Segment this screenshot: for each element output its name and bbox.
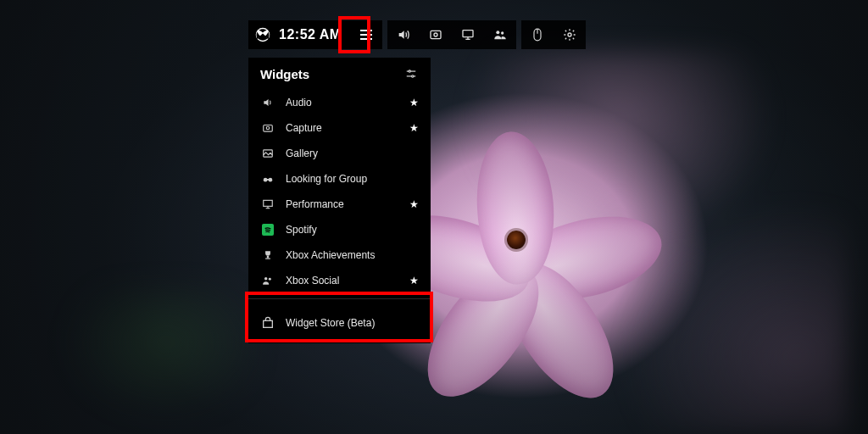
audio-button[interactable] <box>387 20 420 49</box>
svg-point-21 <box>264 178 268 182</box>
binoculars-icon <box>260 173 275 185</box>
pin-star-icon[interactable]: ★ <box>407 97 419 108</box>
widgets-title: Widgets <box>260 67 309 81</box>
monitor-icon <box>461 28 475 42</box>
svg-rect-23 <box>267 179 269 181</box>
widget-item-audio[interactable]: Audio ★ <box>248 90 431 115</box>
sliders-icon <box>405 68 417 80</box>
pin-star-icon[interactable]: ★ <box>407 275 419 287</box>
widget-item-social[interactable]: Xbox Social ★ <box>248 268 431 293</box>
gallery-icon <box>260 147 275 159</box>
svg-rect-18 <box>264 125 273 132</box>
gear-icon <box>563 28 576 42</box>
widget-item-label: Capture <box>286 122 407 134</box>
monitor-icon <box>260 198 275 210</box>
svg-rect-27 <box>267 256 269 259</box>
speaker-icon <box>260 97 275 108</box>
social-button[interactable] <box>484 20 516 49</box>
svg-point-15 <box>409 70 410 72</box>
svg-rect-6 <box>463 31 473 37</box>
widget-item-label: Xbox Social <box>286 275 407 287</box>
svg-point-29 <box>264 277 268 281</box>
game-bar-icon-strip <box>387 20 516 49</box>
clock-label: 12:52 AM <box>279 27 342 42</box>
game-bar: 12:52 AM <box>248 20 586 49</box>
spotify-icon <box>260 224 275 236</box>
widget-item-spotify[interactable]: Spotify <box>248 217 431 242</box>
camera-icon <box>260 122 275 134</box>
capture-button[interactable] <box>420 20 452 49</box>
pin-star-icon[interactable]: ★ <box>407 198 419 210</box>
people-icon <box>260 275 275 287</box>
mouse-passthrough-button[interactable] <box>521 20 554 49</box>
svg-point-10 <box>501 31 504 34</box>
hamburger-icon <box>359 29 373 41</box>
pin-star-icon[interactable]: ★ <box>407 122 419 134</box>
svg-rect-24 <box>264 200 273 206</box>
svg-point-17 <box>412 75 414 77</box>
svg-rect-28 <box>265 259 270 259</box>
widgets-panel: Widgets Audio ★ Capture ★ Gallery <box>248 58 431 343</box>
widget-item-store[interactable]: Widget Store (Beta) <box>248 298 431 340</box>
speaker-icon <box>397 28 410 42</box>
svg-point-22 <box>269 178 273 182</box>
people-icon <box>493 28 507 42</box>
widgets-menu-button[interactable] <box>350 20 382 49</box>
capture-icon <box>429 28 442 42</box>
wallpaper-leaf <box>34 288 254 424</box>
xbox-icon[interactable] <box>255 27 270 42</box>
svg-point-30 <box>269 278 271 281</box>
game-bar-left-segment: 12:52 AM <box>248 20 350 49</box>
widget-item-label: Xbox Achievements <box>286 249 407 261</box>
settings-button[interactable] <box>554 20 586 49</box>
performance-button[interactable] <box>452 20 484 49</box>
widget-item-label: Audio <box>286 97 407 108</box>
widget-item-label: Widget Store (Beta) <box>286 317 407 329</box>
svg-point-19 <box>266 126 270 130</box>
svg-point-9 <box>496 31 499 34</box>
widget-item-achievements[interactable]: Xbox Achievements <box>248 242 431 268</box>
widget-item-capture[interactable]: Capture ★ <box>248 115 431 141</box>
game-bar-right-segment <box>521 20 586 49</box>
svg-rect-4 <box>431 31 441 38</box>
svg-point-5 <box>434 33 437 36</box>
widgets-header: Widgets <box>248 63 431 90</box>
widget-item-label: Spotify <box>286 224 407 236</box>
widget-item-label: Looking for Group <box>286 173 407 185</box>
widget-item-performance[interactable]: Performance ★ <box>248 192 431 217</box>
widget-item-gallery[interactable]: Gallery <box>248 141 431 166</box>
wallpaper-flower-center <box>507 231 526 249</box>
mouse-icon <box>531 28 543 42</box>
widget-item-lfg[interactable]: Looking for Group <box>248 166 431 192</box>
svg-point-13 <box>568 33 571 36</box>
widgets-options-button[interactable] <box>403 66 419 81</box>
store-icon <box>260 316 275 330</box>
trophy-icon <box>260 249 275 261</box>
widget-item-label: Performance <box>286 198 407 210</box>
widget-item-label: Gallery <box>286 147 407 159</box>
svg-rect-31 <box>264 320 273 327</box>
